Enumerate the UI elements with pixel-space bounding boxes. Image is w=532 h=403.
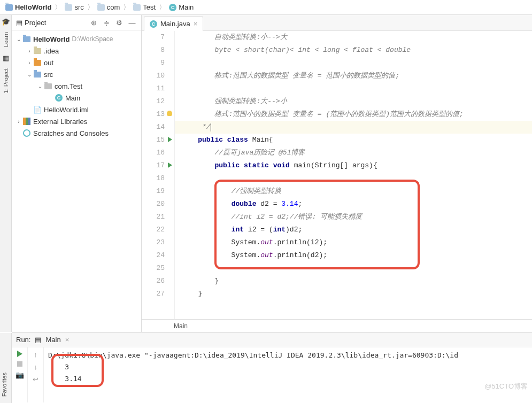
breadcrumb-item-main[interactable]: C Main [167,3,196,11]
crumb-label: Main [174,322,188,330]
package-icon [97,4,105,11]
project-icon[interactable]: ▦ [2,53,10,62]
src-folder-icon [34,72,41,78]
breadcrumb-item-module[interactable]: HelloWorld [3,3,53,11]
tree-label: .idea [44,47,59,55]
library-icon [23,118,30,125]
hide-icon[interactable]: — [127,18,137,28]
rail-project[interactable]: 1: Project [2,64,10,97]
module-icon [5,4,13,11]
breadcrumb-item-test[interactable]: Test [131,3,158,11]
code-editor[interactable]: 7 8 9 10 11 12 13 14 15 16 17 18 19 20 2… [142,31,532,319]
breadcrumb-label: src [74,3,83,11]
rail-favorites[interactable]: Favorites [0,368,11,401]
chevron-right-icon: 〉 [87,3,94,12]
run-gutter-icon[interactable] [168,137,172,142]
scratches-icon [23,129,30,137]
folder-icon [34,60,41,66]
wrap-icon[interactable]: ↩ [33,375,38,383]
run-panel: Run: ▤ Main × 📷 ↑ ↓ ↩ D:\jdk1.8\bin\java… [12,332,532,402]
run-config-icon: ▤ [35,336,41,344]
cursor [211,123,211,131]
project-tree: ⌄ HelloWorld D:\WorkSpace › .idea › out … [12,31,141,141]
class-icon: C [169,4,176,11]
tree-idea[interactable]: › .idea [12,45,141,57]
stop-icon[interactable] [17,361,22,367]
tree-path: D:\WorkSpace [72,35,113,43]
highlight-box [214,180,420,269]
folder-icon [65,4,72,11]
run-header: Run: ▤ Main × [12,332,532,347]
highlight-box [51,354,104,387]
chevron-down-icon[interactable]: ⌄ [15,36,22,42]
tree-src[interactable]: ⌄ src [12,68,141,80]
console-output[interactable]: D:\jdk1.8\bin\java.exe "-javaagent:D:\id… [44,347,532,402]
editor-tabs: C Main.java × [142,15,532,31]
tree-label: HelloWorld.iml [44,106,89,114]
breadcrumb-item-com[interactable]: com [95,3,122,11]
tree-label: src [44,71,53,79]
close-icon[interactable]: × [194,20,198,28]
tree-package[interactable]: ⌄ com.Test [12,80,141,92]
tree-label: HelloWorld [33,35,70,43]
up-icon[interactable]: ↑ [34,351,37,359]
editor-area: C Main.java × 7 8 9 10 11 12 13 14 15 16… [142,15,532,332]
chevron-right-icon[interactable]: › [15,119,22,125]
breadcrumb-label: com [107,3,120,11]
chevron-right-icon: 〉 [55,3,61,12]
tree-label: Main [65,94,80,102]
module-icon [23,36,30,42]
left-tool-rail: 🎓 Learn ▦ 1: Project [0,15,12,332]
chevron-right-icon: 〉 [159,3,166,12]
breadcrumb-label: HelloWorld [15,3,51,11]
tab-label: Main.java [160,20,190,28]
breadcrumb-label: Main [179,3,194,11]
tree-out[interactable]: › out [12,57,141,68]
tree-class-main[interactable]: C Main [12,92,141,104]
run-toolbar-right: ↑ ↓ ↩ [28,347,44,402]
code-body[interactable]: 自动类型转换:小-->大 byte < short(char)< int < l… [175,31,532,319]
chevron-right-icon[interactable]: › [26,48,33,54]
tree-label: com.Test [55,82,82,90]
tree-scratches[interactable]: Scratches and Consoles [12,127,141,139]
structure-crumb[interactable]: Main [142,319,532,332]
package-icon [133,4,141,11]
tree-label: out [44,59,53,67]
close-icon[interactable]: × [65,336,70,344]
run-title: Run: [16,336,30,344]
learn-icon[interactable]: 🎓 [2,17,10,26]
tree-iml[interactable]: 📄 HelloWorld.iml [12,104,141,115]
chevron-right-icon[interactable]: › [26,60,33,66]
tree-root[interactable]: ⌄ HelloWorld D:\WorkSpace [12,33,141,45]
chevron-down-icon[interactable]: ⌄ [36,83,44,89]
rerun-icon[interactable] [17,351,22,357]
gear-icon[interactable]: ⚙ [114,18,124,28]
camera-icon[interactable]: 📷 [16,371,24,379]
project-panel: ▤ Project ⊕ ≑ ⚙ — ⌄ HelloWorld D:\WorkSp… [12,15,142,332]
project-panel-header: ▤ Project ⊕ ≑ ⚙ — [12,15,141,31]
folder-icon [34,48,41,54]
tree-label: Scratches and Consoles [33,129,109,137]
down-icon[interactable]: ↓ [34,363,37,371]
bulb-icon[interactable] [167,111,172,116]
run-gutter-icon[interactable] [168,162,172,168]
tree-ext-libs[interactable]: › External Libraries [12,115,141,127]
class-icon: C [150,20,157,28]
chevron-down-icon[interactable]: ⌄ [26,72,33,78]
breadcrumb-label: Test [143,3,156,11]
tree-label: External Libraries [33,118,87,126]
locate-icon[interactable]: ⊕ [89,18,98,28]
console-line: D:\jdk1.8\bin\java.exe "-javaagent:D:\id… [48,350,528,361]
bottom-left-rail: Favorites [0,333,12,403]
class-icon: C [55,94,63,102]
gutter[interactable]: 7 8 9 10 11 12 13 14 15 16 17 18 19 20 2… [142,31,175,319]
expand-icon[interactable]: ≑ [102,18,111,28]
breadcrumb-item-src[interactable]: src [63,3,86,11]
rail-learn[interactable]: Learn [2,28,10,51]
tab-main-java[interactable]: C Main.java × [144,16,203,31]
chevron-right-icon: 〉 [123,3,130,12]
breadcrumb: HelloWorld 〉 src 〉 com 〉 Test 〉 C Main [0,0,532,15]
run-config-name[interactable]: Main [45,336,60,344]
file-icon: 📄 [33,105,42,114]
panel-title: ▤ Project [16,19,46,27]
